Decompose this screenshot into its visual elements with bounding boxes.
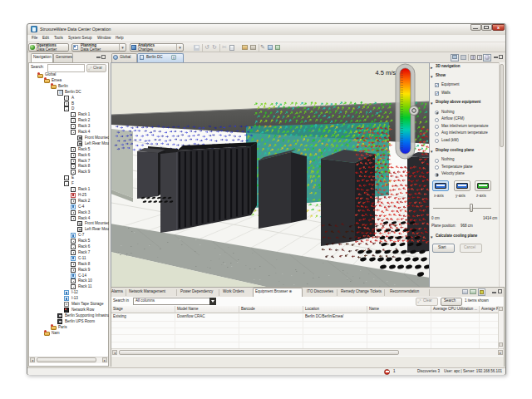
svg-text:4.5 m/s: 4.5 m/s: [375, 69, 396, 76]
